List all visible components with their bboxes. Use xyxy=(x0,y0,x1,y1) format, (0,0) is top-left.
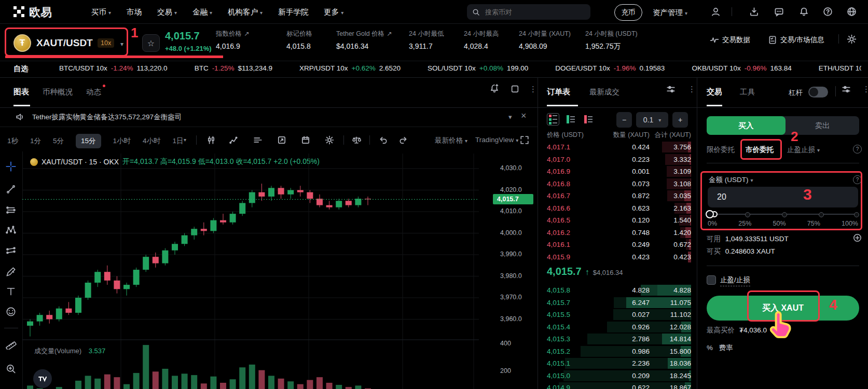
undo-icon[interactable] xyxy=(379,135,388,145)
tpsl-checkbox[interactable] xyxy=(707,275,716,285)
search-field[interactable] xyxy=(484,8,574,17)
measure-ruler-tool-icon[interactable] xyxy=(5,338,17,350)
fee-row[interactable]: % 费率 xyxy=(707,343,733,353)
timeframe-1日[interactable]: 1日 xyxy=(173,136,184,146)
nav-item-交易[interactable]: 交易▾ xyxy=(157,7,177,17)
orderbook-ask-row[interactable]: 4,016.60.6232.163 xyxy=(542,202,695,215)
pair-name[interactable]: XAUT/USDT xyxy=(36,37,93,49)
nav-item-金融[interactable]: 金融▾ xyxy=(192,7,212,17)
trendline-tool-icon[interactable] xyxy=(5,184,17,195)
favorite-star-button[interactable]: ☆ xyxy=(142,34,160,52)
announcement-close-icon[interactable]: × xyxy=(521,110,527,121)
notifications-bell-icon[interactable] xyxy=(799,7,809,17)
timeframe-15分[interactable]: 15分 xyxy=(76,134,101,148)
orderbook-bid-row[interactable]: 4,015.32.78614.814 xyxy=(542,333,695,345)
tab-last-trades[interactable]: 最新成交 xyxy=(589,87,619,97)
orderbook-ask-row[interactable]: 4,017.00.2233.332 xyxy=(542,154,695,166)
order-type-市价委托[interactable]: 市价委托 xyxy=(746,145,774,155)
orderbook-bid-row[interactable]: 4,015.84.8284.828 xyxy=(542,284,695,297)
nav-item-市场[interactable]: 市场 xyxy=(127,7,142,17)
tick-decrease-button[interactable]: − xyxy=(616,112,632,128)
announcement-expand-icon[interactable]: ▾ xyxy=(508,113,512,121)
watch-item[interactable]: BTC/USDT 10x-1.24%113,220.0 xyxy=(59,64,168,72)
orderbook-ask-row[interactable]: 4,015.90.4230.423 xyxy=(542,251,695,263)
timeframe-5分[interactable]: 5分 xyxy=(53,136,64,146)
calendar-icon[interactable] xyxy=(301,135,310,145)
account-icon[interactable] xyxy=(711,7,721,17)
timeframe-1小时[interactable]: 1小时 xyxy=(113,136,131,146)
orderbook-filter-icon[interactable] xyxy=(666,85,676,94)
orderbook-bid-row[interactable]: 4,015.40.92612.028 xyxy=(542,321,695,334)
tpsl-label[interactable]: 止盈/止损 xyxy=(720,275,750,286)
price-alert-bell-icon[interactable] xyxy=(490,84,500,93)
export-chart-icon[interactable] xyxy=(277,135,286,145)
deposit-plus-icon[interactable] xyxy=(853,233,862,242)
orderbook-ask-row[interactable]: 4,016.70.8723.035 xyxy=(542,190,695,202)
watch-item[interactable]: DOGE/USDT 10x-1.96%0.19583 xyxy=(555,64,665,72)
order-type-止盈止损[interactable]: 止盈止损▾ xyxy=(787,145,820,155)
timeframe-1秒[interactable]: 1秒 xyxy=(7,136,18,146)
scale-icon[interactable] xyxy=(352,135,361,145)
crosshair-tool-icon[interactable] xyxy=(5,161,17,172)
external-link-icon[interactable]: ↗ xyxy=(387,30,392,37)
xabcd-pattern-tool-icon[interactable] xyxy=(5,225,17,236)
watch-item[interactable]: BTC-1.25%$113,234.9 xyxy=(195,64,272,72)
watch-item[interactable]: OKB/USDT 10x-0.96%163.84 xyxy=(692,64,791,72)
language-globe-icon[interactable] xyxy=(847,7,857,17)
slider-tick-75[interactable] xyxy=(819,212,824,217)
orderbook-bid-row[interactable]: 4,015.50.02711.102 xyxy=(542,309,695,321)
amount-input[interactable]: 20 xyxy=(708,187,858,207)
slider-tick-50[interactable] xyxy=(782,212,787,217)
orderbook-ask-row[interactable]: 4,016.90.0013.109 xyxy=(542,165,695,178)
tab-chart[interactable]: 图表 xyxy=(13,87,29,97)
orderbook-bid-row[interactable]: 4,015.00.20918.245 xyxy=(542,370,695,382)
orderbook-ask-row[interactable]: 4,016.80.0733.108 xyxy=(542,178,695,190)
nav-item-新手学院[interactable]: 新手学院 xyxy=(278,7,308,17)
amount-unit-select[interactable]: 金额 (USDT)▾ xyxy=(709,175,753,185)
trade-more-icon[interactable]: ⋮ xyxy=(862,85,868,94)
tab-news[interactable]: 动态 xyxy=(86,87,101,97)
orderbook-bid-row[interactable]: 4,015.20.98615.800 xyxy=(542,345,695,358)
forecast-tool-icon[interactable] xyxy=(5,245,17,257)
timeframe-1分[interactable]: 1分 xyxy=(30,136,41,146)
mid-price-row[interactable]: 4,015.7 ↑ $4,016.34 xyxy=(547,266,623,277)
ticker-settings-gear-icon[interactable] xyxy=(847,34,857,44)
orderbook-ask-row[interactable]: 4,016.10.2490.672 xyxy=(542,239,695,251)
tick-size-select[interactable]: 0.1▾ xyxy=(636,112,668,128)
nav-item-买币[interactable]: 买币▾ xyxy=(91,7,111,17)
tick-increase-button[interactable]: + xyxy=(672,112,688,128)
timeframe-more-icon[interactable]: ▾ xyxy=(184,137,186,143)
chart-settings-gear-icon[interactable] xyxy=(325,135,334,145)
deposit-button[interactable]: 充币 xyxy=(614,4,642,21)
buy-side-button[interactable]: 买入 xyxy=(707,116,786,135)
tradingview-logo[interactable] xyxy=(33,369,52,388)
assets-menu[interactable]: 资产管理▾ xyxy=(653,8,687,18)
popout-window-icon[interactable] xyxy=(511,85,519,93)
download-app-icon[interactable] xyxy=(749,7,759,17)
book-view-bids-icon[interactable] xyxy=(564,113,577,126)
brush-tool-icon[interactable] xyxy=(5,266,17,277)
orderbook-ask-row[interactable]: 4,016.50.1201.540 xyxy=(542,214,695,227)
nav-item-机构客户[interactable]: 机构客户▾ xyxy=(228,7,263,17)
watch-item[interactable]: SOL/USDT 10x+0.08%199.00 xyxy=(428,64,528,72)
watchlist-tab[interactable]: 自选 xyxy=(13,64,28,74)
text-tool-icon[interactable] xyxy=(5,286,17,297)
orderbook-bid-row[interactable]: 4,015.12.23618.036 xyxy=(542,357,695,370)
help-icon[interactable] xyxy=(823,7,833,17)
tab-orderbook[interactable]: 订单表 xyxy=(547,87,570,97)
trade-settings-icon[interactable] xyxy=(842,85,851,94)
external-link-icon[interactable]: ↗ xyxy=(244,30,249,37)
market-info-link[interactable]: 交易/市场信息 xyxy=(780,35,824,45)
amount-help-icon[interactable]: ? xyxy=(853,175,862,184)
trade-data-link[interactable]: 交易数据 xyxy=(722,35,750,45)
slider-tick-25[interactable] xyxy=(745,212,750,217)
pair-chevron-down-icon[interactable]: ▾ xyxy=(120,40,123,48)
book-view-asks-icon[interactable] xyxy=(582,113,595,126)
chart-more-icon[interactable]: ⋮ xyxy=(529,85,537,94)
redo-icon[interactable] xyxy=(398,135,408,145)
search-input[interactable] xyxy=(467,4,590,20)
fullscreen-icon[interactable] xyxy=(520,135,529,145)
announcement-text[interactable]: Tether披露实物黄金储备达375,572,297金衡盎司 xyxy=(32,113,182,122)
zoom-in-tool-icon[interactable] xyxy=(5,363,17,374)
orderbook-ask-row[interactable]: 4,016.20.7481.420 xyxy=(542,227,695,239)
